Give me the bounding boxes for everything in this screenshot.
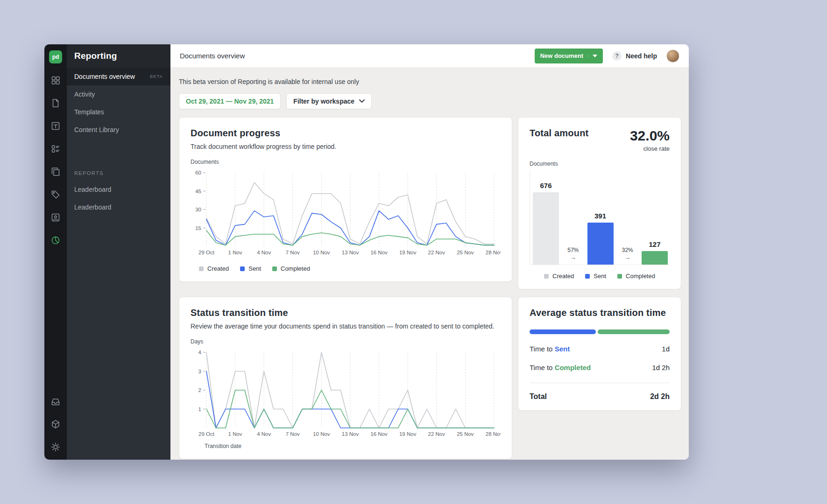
topbar: Documents overview New document ? Need h… [170, 44, 689, 68]
svg-text:28 Nov: 28 Nov [486, 431, 501, 437]
sent-bar-group: 391 [587, 212, 614, 265]
svg-text:2: 2 [198, 387, 201, 393]
tag-icon[interactable] [50, 189, 61, 200]
time-to-completed-row: Time to Completed 1d 2h [530, 364, 670, 371]
forms-icon[interactable] [50, 144, 61, 154]
sidebar-item-label: Leaderboard [74, 203, 111, 211]
transition-pct: 32% [622, 247, 633, 253]
completed-bar [642, 251, 668, 265]
svg-text:19 Nov: 19 Nov [399, 250, 417, 255]
created-bar-group: 676 [533, 182, 559, 265]
addons-cube-icon[interactable] [50, 419, 61, 429]
created-bar [533, 192, 559, 265]
sidebar-item-templates[interactable]: Templates [67, 103, 170, 121]
time-to-completed-label: Time to Completed [530, 364, 591, 371]
progress-sent [530, 329, 596, 334]
legend-item-sent: Sent [240, 265, 261, 272]
arrow-right-icon: → [570, 254, 576, 261]
topbar-actions: New document ? Need help [535, 49, 679, 63]
sidebar-item-label: Activity [74, 91, 95, 98]
arrow-right-icon: → [624, 254, 630, 261]
chevron-down-icon [588, 55, 597, 57]
app-window: pd Reporting Documents overview BETA Act… [44, 44, 689, 460]
transition-created-to-sent: 57% → [567, 247, 579, 261]
new-document-button[interactable]: New document [535, 49, 603, 63]
total-amount-bar-chart: 676 57% → 391 32% → [530, 171, 670, 265]
dashboard-grid-icon[interactable] [50, 75, 61, 85]
completed-swatch [617, 274, 622, 279]
beta-badge: BETA [150, 74, 163, 79]
sent-bar [587, 223, 614, 265]
sidebar-item-content-library[interactable]: Content Library [67, 121, 170, 139]
document-progress-card: Document progress Track document workflo… [179, 117, 512, 282]
transition-sent-to-completed: 32% → [622, 247, 633, 261]
documents-icon[interactable] [50, 98, 61, 108]
legend-label: Created [552, 273, 574, 280]
workspace-filter-label: Filter by workspace [293, 98, 354, 105]
svg-text:10 Nov: 10 Nov [313, 431, 330, 437]
sidebar-item-label: Templates [74, 108, 104, 116]
svg-text:45: 45 [195, 189, 201, 194]
svg-text:1: 1 [198, 406, 201, 412]
legend-label: Sent [594, 273, 606, 280]
sidebar-item-label: Content Library [74, 126, 119, 133]
svg-text:10 Nov: 10 Nov [313, 250, 330, 255]
legend-label: Created [207, 265, 229, 272]
bar-value: 127 [649, 240, 660, 248]
x-axis-label: Transition date [205, 443, 501, 449]
sidebar-item-activity[interactable]: Activity [67, 85, 170, 103]
settings-gear-icon[interactable] [50, 442, 61, 452]
svg-text:25 Nov: 25 Nov [457, 250, 474, 255]
beta-note: This beta version of Reporting is availa… [179, 78, 680, 85]
sidebar-item-label: Documents overview [74, 73, 135, 80]
document-progress-chart: 29 Oct1 Nov4 Nov7 Nov10 Nov13 Nov16 Nov1… [191, 168, 501, 259]
need-help-link[interactable]: ? Need help [612, 51, 657, 61]
contacts-icon[interactable] [50, 212, 61, 223]
close-rate-block: 32.0% close rate [630, 128, 670, 152]
status-transition-chart: 29 Oct1 Nov4 Nov7 Nov10 Nov13 Nov16 Nov1… [191, 348, 501, 441]
sent-swatch [585, 274, 590, 279]
total-amount-card: Total amount 32.0% close rate Documents … [518, 117, 681, 289]
svg-text:22 Nov: 22 Nov [428, 250, 445, 255]
sidebar-item-documents-overview[interactable]: Documents overview BETA [67, 68, 170, 85]
svg-text:1 Nov: 1 Nov [228, 431, 242, 437]
card-title: Average status transition time [530, 308, 670, 318]
svg-text:19 Nov: 19 Nov [399, 431, 417, 437]
transition-progress-bar [530, 329, 670, 334]
legend-label: Sent [248, 265, 261, 272]
svg-text:7 Nov: 7 Nov [286, 250, 300, 255]
templates-icon[interactable] [50, 121, 61, 131]
nav-rail: pd [44, 44, 67, 460]
sidebar-item-label: Leaderboard [74, 186, 111, 193]
content-library-icon[interactable] [50, 167, 61, 177]
bar-value: 676 [540, 182, 551, 189]
inbox-icon[interactable] [50, 396, 61, 406]
bar-value: 391 [594, 212, 606, 220]
created-swatch [199, 266, 204, 271]
svg-text:16 Nov: 16 Nov [370, 250, 388, 255]
chevron-down-icon [359, 99, 365, 103]
sidebar-item-leaderboard-2[interactable]: Leaderboard [67, 198, 170, 216]
y-axis-label: Documents [530, 161, 670, 167]
svg-text:28 Nov: 28 Nov [486, 250, 501, 255]
close-rate-value: 32.0% [630, 128, 670, 144]
completed-bar-group: 127 [642, 240, 668, 265]
svg-text:29 Oct: 29 Oct [198, 250, 215, 255]
date-range-filter[interactable]: Oct 29, 2021 — Nov 29, 2021 [179, 93, 281, 109]
svg-text:3: 3 [198, 369, 201, 374]
sidebar-item-leaderboard-1[interactable]: Leaderboard [67, 181, 170, 198]
svg-text:22 Nov: 22 Nov [428, 431, 445, 437]
completed-swatch [272, 266, 277, 271]
legend-label: Completed [626, 273, 655, 280]
svg-text:4 Nov: 4 Nov [257, 431, 271, 437]
workspace-filter[interactable]: Filter by workspace [286, 93, 372, 109]
time-to-sent-value: 1d [662, 345, 670, 353]
pandadoc-logo[interactable]: pd [49, 50, 62, 63]
transition-pct: 57% [567, 247, 579, 253]
svg-text:4: 4 [198, 350, 202, 355]
date-range-label: Oct 29, 2021 — Nov 29, 2021 [186, 98, 274, 105]
user-avatar[interactable] [666, 49, 679, 63]
reports-pie-icon[interactable] [50, 235, 61, 245]
new-document-label: New document [540, 52, 583, 59]
time-to-completed-value: 1d 2h [652, 364, 670, 371]
